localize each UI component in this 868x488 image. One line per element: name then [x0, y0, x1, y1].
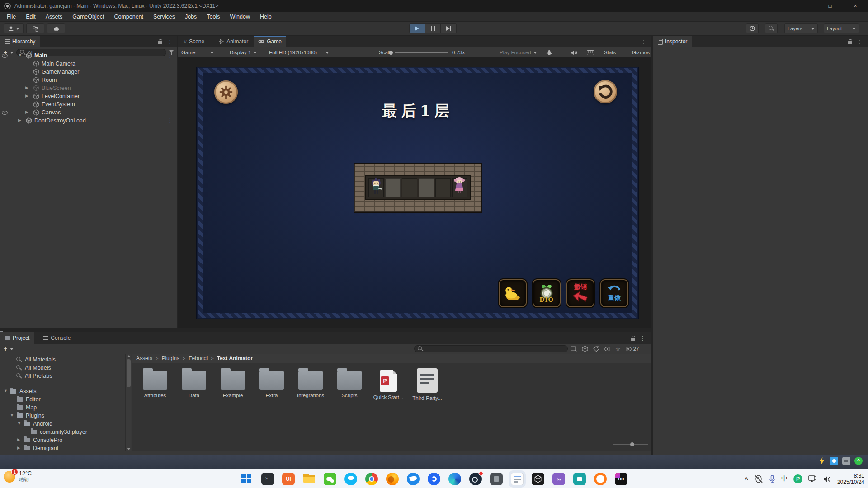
- scroll-up-icon[interactable]: [127, 355, 131, 357]
- app-chrome[interactable]: [365, 473, 378, 485]
- restart-button[interactable]: [594, 80, 617, 103]
- tab-scene[interactable]: # Scene: [179, 36, 209, 47]
- favorites-star-icon[interactable]: ☆: [615, 346, 621, 352]
- tab-inspector[interactable]: Inspector: [653, 36, 692, 47]
- game-render[interactable]: 最后1层: [197, 67, 638, 319]
- tab-animator[interactable]: Animator: [214, 36, 253, 47]
- app-unity[interactable]: [532, 473, 544, 485]
- layers-dropdown[interactable]: Layers: [784, 23, 818, 33]
- maximize-button[interactable]: □: [817, 0, 843, 12]
- tile[interactable]: [419, 178, 434, 197]
- microphone-icon[interactable]: [769, 475, 775, 483]
- tree-row-android[interactable]: ▼ Android: [0, 420, 125, 428]
- tile[interactable]: [402, 178, 417, 197]
- menu-edit[interactable]: Edit: [21, 12, 41, 22]
- more-icon[interactable]: ⋮: [640, 335, 646, 342]
- breadcrumb-febucci[interactable]: Febucci: [189, 355, 208, 361]
- expand-arrow-icon[interactable]: ▶: [25, 85, 28, 90]
- ime-indicator[interactable]: 中: [781, 475, 788, 483]
- expand-arrow-icon[interactable]: ▶: [17, 437, 20, 442]
- app-notepad-active[interactable]: [511, 473, 524, 485]
- redo-button[interactable]: 重做: [600, 279, 628, 307]
- hidden-count[interactable]: 27: [626, 346, 639, 352]
- game-mode-dropdown[interactable]: Game: [181, 47, 214, 57]
- play-button[interactable]: [409, 23, 425, 33]
- expand-arrow-icon[interactable]: ▶: [25, 110, 28, 114]
- favorite-all-prefabs[interactable]: All Prefabs: [0, 372, 125, 380]
- hierarchy-row-eventsystem[interactable]: EventSystem: [0, 100, 177, 108]
- favorite-all-models[interactable]: All Models: [0, 364, 125, 372]
- visibility-eye-icon[interactable]: [2, 54, 8, 58]
- scale-slider[interactable]: [389, 47, 448, 57]
- expand-arrow-icon[interactable]: ▶: [17, 446, 20, 450]
- more-icon[interactable]: ⋮: [167, 52, 173, 59]
- cloud-button[interactable]: [47, 23, 65, 33]
- more-icon[interactable]: ⋮: [167, 38, 173, 45]
- breadcrumb-plugins[interactable]: Plugins: [161, 355, 179, 361]
- menu-component[interactable]: Component: [109, 12, 148, 22]
- menu-gameobject[interactable]: GameObject: [67, 12, 109, 22]
- duck-button[interactable]: [499, 279, 527, 307]
- step-button[interactable]: [441, 23, 457, 33]
- expand-arrow-icon[interactable]: ▼: [4, 389, 8, 393]
- favorite-all-materials[interactable]: All Materials: [0, 356, 125, 364]
- slider-knob[interactable]: [389, 51, 393, 55]
- layout-dropdown[interactable]: Layout: [824, 23, 859, 33]
- expand-arrow-icon[interactable]: ▼: [18, 53, 22, 57]
- tab-game[interactable]: Game: [254, 36, 286, 47]
- app-gray[interactable]: [490, 473, 503, 485]
- asset-quick-start[interactable]: P Quick Start...: [369, 363, 408, 401]
- label-tag-icon[interactable]: [593, 346, 599, 352]
- project-tree-scrollbar[interactable]: [125, 354, 131, 451]
- tree-row-demigiant[interactable]: ▶ Demigiant: [0, 444, 125, 451]
- app-blue-circle[interactable]: [428, 473, 440, 485]
- open-search-window-icon[interactable]: [571, 346, 577, 352]
- breadcrumb-assets[interactable]: Assets: [136, 355, 152, 361]
- lock-icon[interactable]: [631, 336, 635, 341]
- tile[interactable]: [385, 178, 401, 197]
- app-wechat[interactable]: [324, 473, 336, 485]
- panel-divider-horizontal[interactable]: [0, 328, 651, 332]
- visibility-icon[interactable]: [604, 347, 610, 351]
- tile-npc[interactable]: [452, 178, 467, 197]
- app-orange-ring[interactable]: [594, 473, 607, 485]
- expand-arrow-icon[interactable]: ▼: [10, 413, 14, 418]
- tree-row-editor[interactable]: Editor: [0, 395, 125, 404]
- search-button[interactable]: [765, 23, 778, 33]
- asset-attributes[interactable]: Attributes: [136, 363, 175, 401]
- hierarchy-row-main-camera[interactable]: Main Camera: [0, 60, 177, 68]
- account-button[interactable]: [4, 23, 24, 33]
- create-dropdown-icon[interactable]: [10, 348, 14, 350]
- app-file-explorer[interactable]: [303, 473, 316, 485]
- app-rider[interactable]: RD: [615, 473, 627, 485]
- app-steam[interactable]: [469, 473, 482, 485]
- app-edge[interactable]: [448, 473, 461, 485]
- tray-p-icon[interactable]: P: [793, 474, 802, 483]
- asset-zoom-slider[interactable]: [613, 442, 648, 447]
- hierarchy-row-main[interactable]: ▼ Main ⋮: [0, 52, 177, 60]
- expand-arrow-icon[interactable]: ▶: [18, 118, 21, 122]
- volume-icon[interactable]: [823, 476, 831, 483]
- clock[interactable]: 8:31 2025/10/24: [837, 473, 864, 485]
- check-icon[interactable]: ^: [854, 457, 863, 465]
- scroll-down-icon[interactable]: [127, 448, 131, 450]
- app-orange-ui[interactable]: UI: [282, 473, 295, 485]
- tree-row-assets[interactable]: ▼ Assets: [0, 387, 125, 395]
- tree-row-map[interactable]: Map: [0, 404, 125, 412]
- tray-expand-icon[interactable]: ^: [745, 476, 748, 483]
- hierarchy-row-levelcontainer[interactable]: ▶ LevelContainer: [0, 92, 177, 100]
- asset-integrations[interactable]: Integrations: [291, 363, 330, 401]
- menu-assets[interactable]: Assets: [41, 12, 68, 22]
- hierarchy-row-dontdestroyonload[interactable]: ▶ DontDestroyOnLoad ⋮: [0, 117, 177, 125]
- asset-data[interactable]: Data: [175, 363, 213, 401]
- more-icon[interactable]: ⋮: [167, 117, 173, 124]
- hierarchy-row-gamemanager[interactable]: GameManager: [0, 68, 177, 76]
- create-button[interactable]: +: [4, 345, 7, 352]
- app-qq[interactable]: [344, 473, 357, 485]
- tree-row-comunity3dplayer[interactable]: com.unity3d.player: [0, 428, 125, 436]
- menu-help[interactable]: Help: [255, 12, 277, 22]
- dio-button[interactable]: DIO: [533, 279, 561, 307]
- menu-jobs[interactable]: Jobs: [180, 12, 202, 22]
- network-icon[interactable]: [808, 475, 817, 483]
- hierarchy-row-canvas[interactable]: ▶ Canvas: [0, 108, 177, 117]
